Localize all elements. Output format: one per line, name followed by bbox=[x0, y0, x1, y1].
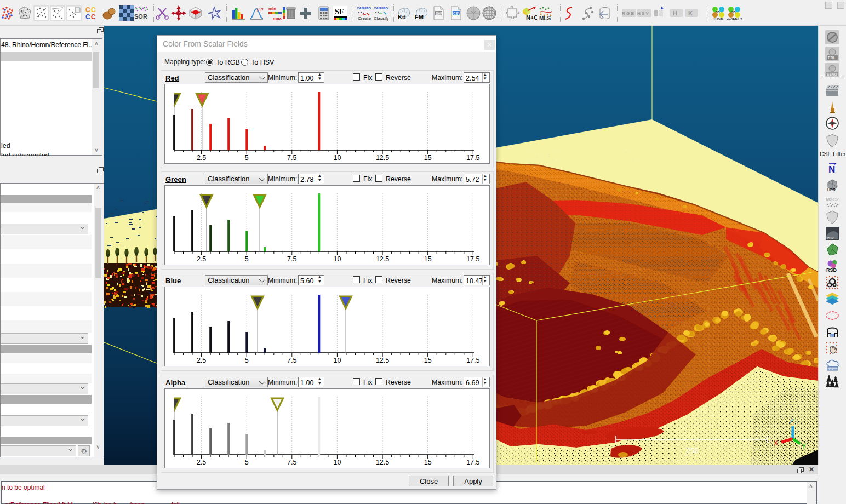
svg-text:5: 5 bbox=[245, 255, 249, 263]
svg-text:Classify: Classify bbox=[374, 16, 388, 21]
svg-text:SSAO: SSAO bbox=[827, 72, 837, 76]
svg-text:17.5: 17.5 bbox=[466, 154, 479, 162]
svg-text:2.5: 2.5 bbox=[197, 357, 206, 364]
svg-text:12.5: 12.5 bbox=[376, 154, 389, 162]
svg-text:R G B: R G B bbox=[622, 11, 634, 16]
svg-text:5: 5 bbox=[245, 357, 249, 364]
svg-text:10: 10 bbox=[333, 459, 341, 466]
svg-text:SOR: SOR bbox=[134, 13, 147, 20]
svg-text:Y: Y bbox=[802, 443, 806, 450]
svg-text:Kd: Kd bbox=[398, 14, 406, 20]
svg-text:17.5: 17.5 bbox=[466, 357, 479, 364]
svg-text:C: C bbox=[85, 13, 90, 21]
svg-text:Z: Z bbox=[790, 417, 793, 425]
svg-text:SF: SF bbox=[335, 8, 344, 16]
svg-text:HPR: HPR bbox=[827, 188, 836, 192]
svg-text:10: 10 bbox=[333, 154, 341, 162]
svg-text:N: N bbox=[828, 164, 835, 175]
svg-text:SHP: SHP bbox=[436, 12, 443, 15]
svg-text:3D: 3D bbox=[716, 10, 720, 14]
svg-text:N+C: N+C bbox=[526, 14, 537, 21]
svg-text:X: X bbox=[774, 439, 778, 447]
svg-text:15: 15 bbox=[424, 459, 432, 466]
svg-text:C: C bbox=[85, 6, 90, 14]
svg-text:3D: 3D bbox=[731, 10, 736, 14]
svg-text:12.5: 12.5 bbox=[376, 459, 389, 466]
svg-text:15: 15 bbox=[424, 357, 432, 364]
svg-text:C: C bbox=[91, 6, 96, 14]
svg-text:5: 5 bbox=[245, 154, 249, 162]
svg-text:K: K bbox=[688, 10, 693, 16]
svg-text:250: 250 bbox=[687, 446, 699, 455]
svg-text:FM: FM bbox=[415, 14, 424, 20]
svg-text:μ,σ: μ,σ bbox=[257, 7, 264, 12]
svg-text:2.5: 2.5 bbox=[197, 154, 206, 162]
svg-text:PCV: PCV bbox=[827, 236, 834, 240]
svg-text:Create: Create bbox=[358, 16, 371, 21]
svg-text:7.5: 7.5 bbox=[287, 459, 296, 466]
svg-text:15: 15 bbox=[424, 154, 432, 162]
svg-text:12.5: 12.5 bbox=[376, 255, 389, 263]
svg-text:H S V: H S V bbox=[637, 11, 649, 16]
svg-text:7.5: 7.5 bbox=[287, 154, 296, 162]
svg-text:CLASSIFY: CLASSIFY bbox=[727, 17, 742, 20]
svg-text:17.5: 17.5 bbox=[466, 255, 479, 263]
svg-text:max: max bbox=[273, 16, 282, 21]
svg-text:EDL: EDL bbox=[828, 56, 836, 60]
svg-text:C: C bbox=[91, 13, 96, 21]
svg-text:RSD: RSD bbox=[826, 267, 837, 273]
svg-text:15: 15 bbox=[424, 255, 432, 263]
svg-text:12.5: 12.5 bbox=[376, 357, 389, 364]
svg-text:2.5: 2.5 bbox=[197, 255, 206, 263]
svg-text:TRAIN: TRAIN bbox=[713, 17, 723, 20]
svg-text:CANUPO: CANUPO bbox=[374, 7, 388, 10]
svg-text:7.5: 7.5 bbox=[287, 357, 296, 364]
svg-text:CSV: CSV bbox=[453, 12, 461, 15]
svg-text:min: min bbox=[268, 6, 276, 11]
svg-text:10: 10 bbox=[333, 357, 341, 364]
svg-text:7.5: 7.5 bbox=[287, 255, 296, 263]
svg-text:5: 5 bbox=[245, 459, 249, 466]
svg-text:MLS: MLS bbox=[539, 15, 551, 21]
svg-text:CANUPO: CANUPO bbox=[357, 7, 371, 10]
svg-text:H: H bbox=[673, 10, 677, 16]
svg-text:2.5: 2.5 bbox=[197, 459, 206, 466]
svg-text:10: 10 bbox=[333, 255, 341, 263]
svg-text:M3C2: M3C2 bbox=[826, 197, 839, 202]
svg-text:17.5: 17.5 bbox=[466, 459, 479, 466]
